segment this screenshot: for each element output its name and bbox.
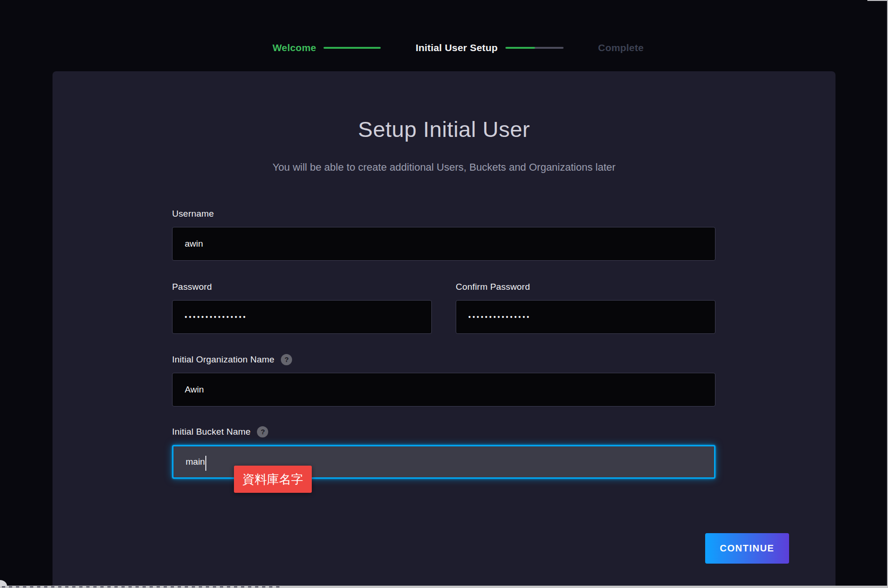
password-field-group: Password (172, 281, 432, 334)
username-input[interactable] (172, 227, 715, 261)
bucket-annotation-tooltip: 資料庫名字 (234, 466, 312, 493)
text-cursor (205, 456, 206, 471)
bucket-name-label: Initial Bucket Name (172, 427, 250, 437)
confirm-password-input[interactable] (456, 300, 715, 334)
page-subtitle: You will be able to create additional Us… (53, 161, 835, 173)
step-progress-line-setup (505, 47, 564, 49)
password-label: Password (172, 282, 212, 292)
password-row: Password Confirm Password (172, 281, 715, 334)
cutoff-corner-shape (0, 580, 7, 586)
org-field-group: Initial Organization Name ? (172, 354, 715, 407)
continue-button[interactable]: CONTINUE (705, 533, 789, 564)
step-initial-user-setup: Initial User Setup (415, 42, 497, 53)
confirm-password-label: Confirm Password (456, 282, 530, 292)
window-edge-top (867, 0, 888, 1)
org-name-input[interactable] (172, 373, 715, 407)
wizard-stepper: Welcome Initial User Setup Complete (14, 42, 888, 53)
initial-user-form: Username Password Confirm Password In (172, 208, 715, 479)
username-label: Username (172, 209, 214, 219)
step-complete: Complete (598, 42, 644, 53)
org-name-label: Initial Organization Name (172, 354, 274, 365)
setup-card: Setup Initial User You will be able to c… (53, 71, 835, 588)
password-input[interactable] (172, 300, 432, 334)
step-welcome: Welcome (272, 42, 316, 53)
org-help-icon[interactable]: ? (281, 354, 292, 365)
bucket-help-icon[interactable]: ? (257, 426, 268, 437)
cutoff-window-strip (0, 586, 888, 588)
step-progress-line-welcome (324, 47, 381, 49)
onboarding-page: { "stepper": { "steps": [ { "label": "We… (0, 0, 888, 588)
step-progress-fill (505, 47, 535, 49)
username-field-group: Username (172, 208, 715, 261)
cutoff-text-fragments (2, 586, 283, 588)
page-title: Setup Initial User (53, 116, 835, 142)
confirm-password-field-group: Confirm Password (456, 281, 715, 334)
